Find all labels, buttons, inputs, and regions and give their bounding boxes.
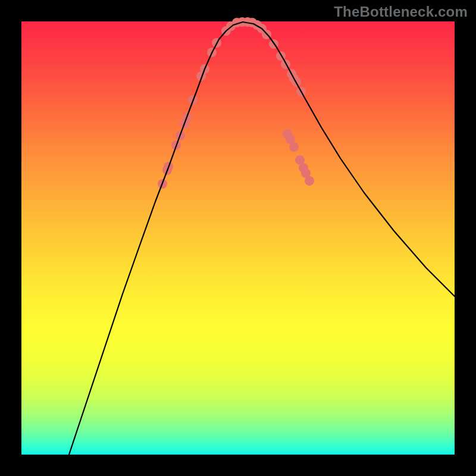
watermark-text: TheBottleneck.com [334,4,468,20]
right-curve [243,22,455,296]
outer-frame: TheBottleneck.com [0,0,476,476]
plot-area [21,21,455,455]
data-dot [305,176,314,186]
scatter-dots [158,17,314,189]
chart-svg [21,21,455,455]
left-curve [69,22,243,455]
data-dot [289,142,299,152]
